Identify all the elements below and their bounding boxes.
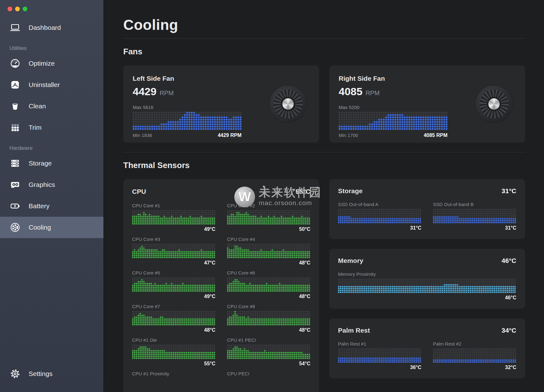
memory-card: Memory 46°C Memory Proximity 46°C: [329, 249, 525, 309]
sidebar-item-cooling[interactable]: Cooling: [0, 217, 103, 238]
cpu-sensor-grid: CPU Core #1 49°C CPU Core #2 50°C CPU Co…: [132, 203, 310, 376]
sensor-temp: 49°C: [132, 294, 215, 299]
sensor-block: Palm Rest #1 36°C: [338, 341, 421, 370]
divider: [123, 38, 525, 39]
sensor-temp: 48°C: [227, 327, 310, 333]
sidebar-section-hardware: Hardware: [9, 145, 103, 151]
sensor-label: Memory Proximity: [338, 271, 516, 277]
fan-max-label: Max 5616: [133, 105, 241, 110]
fan-history-chart: [133, 112, 241, 130]
sensor-chart: [132, 345, 215, 359]
sensor-temp: 36°C: [338, 365, 421, 370]
sensor-chart: [132, 244, 215, 258]
fan-history-chart: [339, 112, 447, 130]
sensor-label: CPU Core #3: [132, 237, 215, 242]
battery-icon: [9, 200, 21, 212]
sidebar-item-label: Uninstaller: [29, 81, 60, 89]
sensor-label: CPU #1 PECI: [227, 337, 310, 343]
storage-card: Storage 31°C SSD Out-of-band A 31°C SSD …: [329, 179, 525, 239]
sensor-label: CPU #1 Die: [132, 337, 215, 343]
bucket-icon: [9, 101, 21, 112]
sensor-temp: 48°C: [132, 327, 215, 333]
sensor-label: CPU Core #6: [227, 270, 310, 275]
sensor-label: CPU Core #5: [132, 270, 215, 275]
sensor-temp: 50°C: [227, 226, 310, 232]
sensor-temp: 54°C: [227, 361, 310, 367]
sensor-temp: 31°C: [338, 225, 421, 231]
sensor-label: CPU Core #1: [132, 203, 215, 208]
sidebar-item-settings[interactable]: Settings: [0, 363, 103, 384]
sensor-temp: 31°C: [433, 225, 516, 231]
palmrest-card-title: Palm Rest: [338, 327, 370, 334]
sidebar-item-label: Battery: [29, 202, 50, 210]
gauge-icon: [9, 58, 21, 69]
sidebar-section-utilities: Utilities: [9, 45, 103, 52]
sidebar-item-optimize[interactable]: Optimize: [0, 53, 103, 74]
sensor-block: CPU Core #2 50°C: [227, 203, 310, 232]
sensor-label: CPU #1 Proximity: [132, 371, 215, 376]
sensor-chart: [227, 210, 310, 225]
fan-current-label: 4429 RPM: [218, 133, 241, 138]
sidebar-item-label: Trim: [29, 124, 42, 131]
sidebar-item-storage[interactable]: Storage: [0, 153, 103, 174]
page-title: Cooling: [123, 16, 525, 33]
sidebar-item-dashboard[interactable]: Dashboard: [0, 17, 103, 38]
fans-grid: Left Side Fan 4429 RPM Max 5616 Min 1836…: [123, 65, 525, 143]
sensor-temp: 47°C: [132, 260, 215, 266]
fan-min-label: Min 1836: [133, 133, 152, 138]
sensor-temp: 55°C: [132, 361, 215, 367]
thermal-right-column: Storage 31°C SSD Out-of-band A 31°C SSD …: [329, 179, 525, 378]
sidebar-item-label: Optimize: [29, 60, 55, 67]
sensor-label: SSD Out-of-band B: [433, 202, 516, 207]
gpu-icon: [9, 179, 21, 190]
sensor-chart: [132, 277, 215, 292]
sidebar-item-clean[interactable]: Clean: [0, 95, 103, 117]
divider: [123, 152, 525, 152]
sensor-block: CPU #1 PECI 54°C: [227, 337, 310, 367]
sensor-temp: 48°C: [227, 260, 310, 266]
memory-card-title: Memory: [338, 257, 364, 264]
fan-name: Left Side Fan: [133, 75, 310, 82]
sensor-block: CPU Core #3 47°C: [132, 237, 215, 266]
palmrest-card: Palm Rest 34°C Palm Rest #1 36°C Palm Re…: [329, 318, 525, 378]
fan-name: Right Side Fan: [339, 75, 516, 82]
memory-card-temp: 46°C: [502, 257, 516, 264]
sensor-chart: [227, 244, 310, 258]
sensor-block: CPU #1 Proximity: [132, 371, 215, 376]
minimize-window-button[interactable]: [15, 7, 20, 11]
fan-card-right: Right Side Fan 4085 RPM Max 5200 Min 170…: [329, 65, 525, 143]
sensor-block: CPU #1 Die 55°C: [132, 337, 215, 367]
sensor-label: SSD Out-of-band A: [338, 202, 421, 207]
fan-min-label: Min 1700: [339, 133, 358, 138]
sensor-block: CPU Core #4 48°C: [227, 237, 310, 266]
fan-icon: [9, 222, 21, 233]
thermal-grid: CPU 55°C CPU Core #1 49°C CPU Core #2 50…: [123, 179, 525, 392]
close-window-button[interactable]: [8, 7, 12, 11]
zoom-window-button[interactable]: [23, 7, 27, 11]
sensor-block: SSD Out-of-band B 31°C: [433, 202, 516, 231]
sensor-block: CPU Core #7 48°C: [132, 304, 215, 333]
sensor-chart: [338, 279, 516, 293]
sidebar: Dashboard Utilities Optimize Uninstaller: [0, 0, 104, 392]
server-icon: [9, 158, 21, 169]
sidebar-item-trim[interactable]: Trim: [0, 117, 103, 138]
appstore-icon: [9, 79, 21, 90]
sensor-label: Palm Rest #2: [433, 341, 516, 346]
sensor-chart: [433, 209, 516, 223]
fan-rpm-value: 4085: [339, 85, 363, 98]
storage-card-temp: 31°C: [502, 187, 516, 195]
sensor-chart: [132, 210, 215, 225]
fans-heading: Fans: [123, 47, 525, 57]
sidebar-item-graphics[interactable]: Graphics: [0, 174, 103, 195]
main-content: Cooling Fans Left Side Fan 4429 RPM Max …: [104, 0, 544, 392]
sidebar-item-uninstaller[interactable]: Uninstaller: [0, 74, 103, 95]
cpu-card-temp: 55°C: [296, 188, 310, 195]
sidebar-item-label: Clean: [29, 102, 46, 110]
palmrest-card-temp: 34°C: [502, 327, 516, 334]
sensor-label: CPU PECI: [227, 371, 310, 376]
sensor-block: CPU Core #1 49°C: [132, 203, 215, 232]
fan-max-label: Max 5200: [339, 105, 447, 110]
fan-graphic: [269, 85, 307, 122]
sidebar-item-battery[interactable]: Battery: [0, 195, 103, 217]
sidebar-item-label: Cooling: [29, 224, 51, 231]
